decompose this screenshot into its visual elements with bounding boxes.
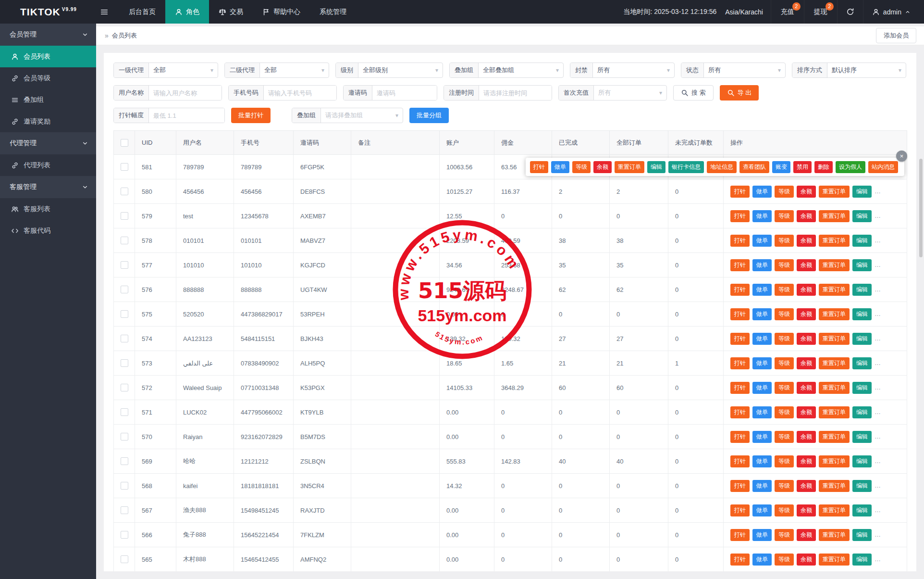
action-button-做单[interactable]: 做单 — [752, 308, 772, 320]
sidebar-group-header-2[interactable]: 代理管理 — [0, 132, 96, 154]
action-button-余额[interactable]: 余额 — [797, 284, 816, 296]
action-button-编辑[interactable]: 编辑 — [852, 554, 872, 566]
more-actions-button[interactable]: … — [875, 359, 882, 366]
action-button-编辑[interactable]: 编辑 — [852, 333, 872, 345]
row-checkbox[interactable] — [121, 335, 128, 342]
sidebar-group-header-1[interactable]: 会员管理 — [0, 24, 96, 46]
row-checkbox[interactable] — [121, 188, 128, 195]
action-button-打针[interactable]: 打针 — [730, 210, 750, 222]
sidebar-item[interactable]: 会员列表 — [0, 46, 96, 67]
row-checkbox[interactable] — [121, 408, 128, 416]
action-button-编辑[interactable]: 编辑 — [852, 382, 872, 394]
action-button-等级[interactable]: 等级 — [775, 554, 794, 566]
select-all-checkbox[interactable] — [121, 139, 128, 147]
popup-action-button-站内消息[interactable]: 站内消息 — [868, 161, 898, 173]
add-member-button[interactable]: 添加会员 — [876, 28, 916, 43]
action-button-等级[interactable]: 等级 — [775, 504, 794, 516]
row-checkbox[interactable] — [121, 163, 128, 171]
action-button-打针[interactable]: 打针 — [730, 259, 750, 271]
action-button-打针[interactable]: 打针 — [730, 382, 750, 394]
filter-select-3[interactable]: 全部级别▾ — [358, 63, 443, 77]
more-actions-button[interactable]: … — [875, 212, 882, 219]
action-button-等级[interactable]: 等级 — [775, 382, 794, 394]
action-button-余额[interactable]: 余额 — [797, 406, 816, 418]
action-button-等级[interactable]: 等级 — [775, 210, 794, 222]
more-actions-button[interactable]: … — [875, 457, 882, 465]
sidebar-group-header-3[interactable]: 客服管理 — [0, 176, 96, 198]
filter-select-2[interactable]: 全部▾ — [260, 63, 329, 77]
action-button-做单[interactable]: 做单 — [752, 357, 772, 369]
action-button-打针[interactable]: 打针 — [730, 554, 750, 566]
action-button-重置订单[interactable]: 重置订单 — [819, 284, 850, 296]
action-button-等级[interactable]: 等级 — [775, 357, 794, 369]
action-button-做单[interactable]: 做单 — [752, 431, 772, 443]
search-button[interactable]: 搜 索 — [673, 85, 714, 101]
action-button-等级[interactable]: 等级 — [775, 480, 794, 492]
nav-item-1[interactable]: 后台首页 — [119, 0, 165, 24]
popup-action-button-做单[interactable]: 做单 — [551, 161, 569, 173]
action-button-编辑[interactable]: 编辑 — [852, 504, 872, 516]
action-button-重置订单[interactable]: 重置订单 — [819, 235, 850, 247]
action-button-做单[interactable]: 做单 — [752, 455, 772, 467]
action-button-编辑[interactable]: 编辑 — [852, 529, 872, 541]
action-button-做单[interactable]: 做单 — [752, 210, 772, 222]
action-button-做单[interactable]: 做单 — [752, 406, 772, 418]
filter-input-3[interactable] — [372, 86, 437, 100]
action-button-编辑[interactable]: 编辑 — [852, 284, 872, 296]
action-button-打针[interactable]: 打针 — [730, 333, 750, 345]
withdraw-button[interactable]: 提现 2 — [804, 0, 837, 24]
action-button-重置订单[interactable]: 重置订单 — [819, 431, 850, 443]
more-actions-button[interactable]: … — [875, 310, 882, 317]
nav-item-2[interactable]: 角色 — [165, 0, 209, 24]
action-button-重置订单[interactable]: 重置订单 — [819, 455, 850, 467]
more-actions-button[interactable]: … — [875, 408, 882, 415]
popup-action-button-禁用[interactable]: 禁用 — [793, 161, 812, 173]
action-button-等级[interactable]: 等级 — [775, 235, 794, 247]
filter-input-2[interactable] — [264, 86, 336, 100]
action-button-余额[interactable]: 余额 — [797, 259, 816, 271]
recharge-button[interactable]: 充值 2 — [771, 0, 804, 24]
action-button-打针[interactable]: 打针 — [730, 504, 750, 516]
filter-input-1[interactable] — [149, 86, 222, 100]
hamburger-icon[interactable] — [89, 0, 119, 24]
action-button-重置订单[interactable]: 重置订单 — [819, 186, 850, 198]
action-button-编辑[interactable]: 编辑 — [852, 431, 872, 443]
row-checkbox[interactable] — [121, 261, 128, 269]
action-button-余额[interactable]: 余额 — [797, 554, 816, 566]
more-actions-button[interactable]: … — [875, 188, 882, 195]
action-button-编辑[interactable]: 编辑 — [852, 186, 872, 198]
action-button-余额[interactable]: 余额 — [797, 382, 816, 394]
action-button-打针[interactable]: 打针 — [730, 406, 750, 418]
popup-action-button-删除[interactable]: 删除 — [814, 161, 833, 173]
more-actions-button[interactable]: … — [875, 482, 882, 489]
sidebar-item[interactable]: 叠加组 — [0, 89, 96, 111]
refresh-icon[interactable] — [837, 0, 863, 24]
row-checkbox[interactable] — [121, 310, 128, 318]
popup-action-button-打针[interactable]: 打针 — [530, 161, 548, 173]
row-checkbox[interactable] — [121, 555, 128, 563]
nav-item-5[interactable]: 系统管理 — [310, 0, 356, 24]
action-button-打针[interactable]: 打针 — [730, 431, 750, 443]
row-checkbox[interactable] — [121, 482, 128, 490]
action-button-编辑[interactable]: 编辑 — [852, 308, 872, 320]
action-button-重置订单[interactable]: 重置订单 — [819, 382, 850, 394]
action-button-余额[interactable]: 余额 — [797, 210, 816, 222]
action-button-做单[interactable]: 做单 — [752, 235, 772, 247]
action-button-等级[interactable]: 等级 — [775, 455, 794, 467]
action-button-余额[interactable]: 余额 — [797, 186, 816, 198]
action-button-等级[interactable]: 等级 — [775, 431, 794, 443]
action-button-余额[interactable]: 余额 — [797, 308, 816, 320]
filter-select-5[interactable]: 所有▾ — [594, 86, 666, 100]
admin-menu[interactable]: admin — [863, 0, 924, 24]
batch-inject-button[interactable]: 批量打针 — [231, 108, 271, 123]
action-button-打针[interactable]: 打针 — [730, 186, 750, 198]
row-checkbox[interactable] — [121, 359, 128, 367]
popup-action-button-编辑[interactable]: 编辑 — [647, 161, 665, 173]
more-actions-button[interactable]: … — [875, 433, 882, 440]
row-checkbox[interactable] — [121, 237, 128, 244]
more-actions-button[interactable]: … — [875, 384, 882, 391]
popup-action-button-等级[interactable]: 等级 — [572, 161, 591, 173]
popup-action-button-设为假人[interactable]: 设为假人 — [836, 161, 865, 173]
action-button-打针[interactable]: 打针 — [730, 480, 750, 492]
action-button-重置订单[interactable]: 重置订单 — [819, 210, 850, 222]
